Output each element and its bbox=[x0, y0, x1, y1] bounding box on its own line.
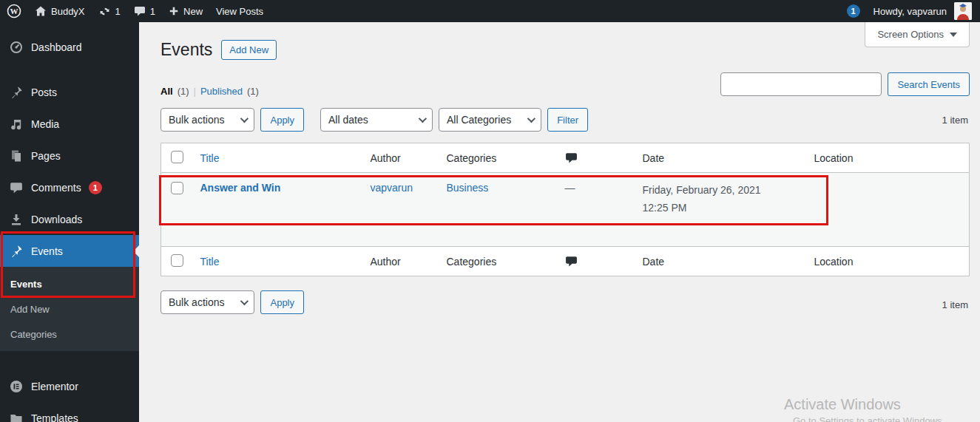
date-line1: Friday, February 26, 2021 bbox=[643, 182, 800, 200]
folder-icon bbox=[9, 412, 24, 422]
chevron-down-icon bbox=[419, 115, 427, 123]
avatar bbox=[954, 2, 972, 20]
date-cell: Friday, February 26, 2021 12:25 PM bbox=[635, 173, 807, 247]
date-line2: 12:25 PM bbox=[643, 200, 800, 217]
pushpin-icon bbox=[9, 86, 24, 99]
sidebar-item-downloads[interactable]: Downloads bbox=[0, 203, 139, 235]
column-header-date: Date bbox=[635, 143, 807, 173]
column-header-comments bbox=[558, 143, 635, 173]
submenu-item-events[interactable]: Events bbox=[0, 271, 139, 296]
sidebar-item-label: Pages bbox=[31, 150, 61, 162]
updates-count: 1 bbox=[115, 6, 121, 17]
views-separator: | bbox=[194, 86, 196, 97]
column-footer-author: Author bbox=[363, 247, 439, 276]
sidebar-item-dashboard[interactable]: Dashboard bbox=[0, 31, 139, 63]
new-content-menu[interactable]: New bbox=[162, 0, 209, 22]
bulk-actions-select-bottom[interactable]: Bulk actions bbox=[160, 290, 254, 314]
all-dates-value: All dates bbox=[328, 114, 368, 126]
table-footer-row: Title Author Categories Date Location bbox=[161, 247, 970, 276]
site-name-label: BuddyX bbox=[51, 6, 85, 17]
events-submenu: Events Add New Categories bbox=[0, 267, 139, 351]
page-title: Events bbox=[160, 40, 212, 60]
chevron-down-icon bbox=[240, 115, 249, 123]
location-cell bbox=[807, 173, 970, 247]
apply-button[interactable]: Apply bbox=[260, 108, 304, 132]
view-filter-links: All (1) | Published (1) bbox=[160, 86, 259, 97]
sidebar-item-label: Dashboard bbox=[31, 41, 82, 53]
chevron-down-icon bbox=[950, 33, 957, 37]
all-dates-select[interactable]: All dates bbox=[320, 108, 433, 132]
view-posts-label: View Posts bbox=[216, 6, 263, 17]
sidebar-item-label: Downloads bbox=[31, 214, 82, 225]
sidebar-item-templates[interactable]: Templates bbox=[0, 402, 139, 422]
comments-cell: — bbox=[558, 173, 635, 247]
sidebar-item-label: Templates bbox=[31, 412, 78, 422]
chevron-down-icon bbox=[240, 297, 249, 305]
column-header-author: Author bbox=[363, 143, 439, 173]
comments-menu[interactable]: 1 bbox=[127, 0, 162, 22]
sidebar-item-posts[interactable]: Posts bbox=[0, 76, 139, 108]
new-label: New bbox=[183, 6, 203, 17]
elementor-icon bbox=[9, 380, 24, 393]
column-footer-categories: Categories bbox=[439, 247, 558, 276]
view-published-link[interactable]: Published bbox=[200, 86, 243, 97]
wordpress-logo-menu[interactable]: W bbox=[0, 0, 28, 22]
submenu-item-categories[interactable]: Categories bbox=[0, 321, 139, 347]
bulk-actions-value: Bulk actions bbox=[169, 296, 224, 308]
notification-count-badge: 1 bbox=[847, 4, 860, 18]
home-icon bbox=[35, 5, 47, 17]
category-link[interactable]: Business bbox=[447, 182, 489, 194]
view-posts-menu[interactable]: View Posts bbox=[209, 0, 270, 22]
notifications-menu[interactable]: 1 bbox=[840, 0, 867, 22]
download-icon bbox=[9, 213, 24, 226]
search-events-button[interactable]: Search Events bbox=[888, 72, 970, 96]
column-footer-title[interactable]: Title bbox=[200, 256, 220, 268]
sidebar-item-comments[interactable]: Comments 1 bbox=[0, 171, 139, 203]
admin-bar-right: 1 Howdy, vapvarun bbox=[840, 0, 980, 22]
table-header-row: Title Author Categories Date Location bbox=[161, 143, 970, 173]
bulk-actions-select[interactable]: Bulk actions bbox=[160, 108, 254, 132]
sidebar-item-pages[interactable]: Pages bbox=[0, 140, 139, 171]
view-all-count: (1) bbox=[178, 86, 189, 97]
view-all-label[interactable]: All bbox=[160, 86, 173, 97]
all-categories-select[interactable]: All Categories bbox=[439, 108, 541, 132]
filter-button[interactable]: Filter bbox=[547, 108, 588, 132]
column-header-title[interactable]: Title bbox=[200, 152, 220, 164]
admin-bar: W BuddyX 1 1 New View Posts 1 Howdy, vap… bbox=[0, 0, 980, 22]
column-header-categories: Categories bbox=[439, 143, 558, 173]
select-all-checkbox[interactable] bbox=[171, 254, 183, 267]
sidebar-item-label: Elementor bbox=[31, 381, 78, 392]
sidebar-item-label: Media bbox=[31, 118, 59, 130]
updates-menu[interactable]: 1 bbox=[92, 0, 127, 22]
media-icon bbox=[9, 118, 24, 131]
event-title-link[interactable]: Answer and Win bbox=[200, 182, 281, 194]
site-name-menu[interactable]: BuddyX bbox=[28, 0, 92, 22]
author-link[interactable]: vapvarun bbox=[371, 182, 413, 194]
howdy-label: Howdy, vapvarun bbox=[873, 6, 947, 17]
updates-icon bbox=[98, 5, 111, 18]
activate-windows-watermark: Activate Windows bbox=[784, 396, 901, 413]
menu-separator bbox=[0, 63, 139, 76]
activate-windows-subtext: Go to Settings to activate Windows bbox=[793, 415, 942, 422]
submenu-item-add-new[interactable]: Add New bbox=[0, 296, 139, 321]
plus-icon bbox=[169, 6, 179, 16]
pages-icon bbox=[9, 149, 24, 163]
column-header-location: Location bbox=[807, 143, 970, 173]
my-account-menu[interactable]: Howdy, vapvarun bbox=[867, 0, 980, 22]
search-input[interactable] bbox=[720, 72, 882, 96]
apply-button-bottom[interactable]: Apply bbox=[260, 290, 304, 314]
screen-options-tab[interactable]: Screen Options bbox=[865, 22, 970, 47]
row-checkbox[interactable] bbox=[171, 182, 183, 194]
select-all-checkbox[interactable] bbox=[171, 151, 183, 163]
sidebar-item-events[interactable]: Events bbox=[0, 235, 139, 267]
svg-text:W: W bbox=[10, 7, 18, 16]
column-footer-location: Location bbox=[807, 247, 970, 276]
sidebar-item-label: Events bbox=[31, 245, 63, 257]
sidebar-item-elementor[interactable]: Elementor bbox=[0, 370, 139, 402]
sidebar-item-label: Posts bbox=[31, 86, 57, 98]
item-count: 1 item bbox=[942, 299, 968, 310]
screen-options-label: Screen Options bbox=[877, 29, 944, 40]
comments-count-badge: 1 bbox=[89, 181, 102, 194]
sidebar-item-media[interactable]: Media bbox=[0, 108, 139, 140]
add-new-button[interactable]: Add New bbox=[221, 40, 277, 60]
